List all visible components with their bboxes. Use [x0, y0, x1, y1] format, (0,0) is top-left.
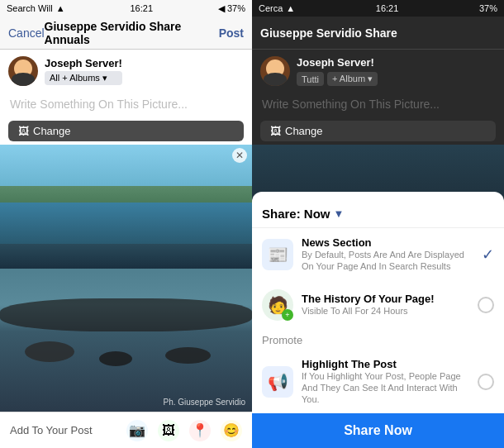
time-right: 16:21	[376, 3, 399, 13]
avatar-left	[8, 56, 38, 86]
change-icon-left: 🖼	[18, 125, 29, 137]
history-radio[interactable]	[478, 297, 494, 313]
time-left: 16:21	[130, 3, 153, 13]
promote-label: Promote	[252, 329, 504, 350]
news-option-text: News Section By Default, Posts Are And A…	[302, 236, 473, 273]
nav-title-right: Giuseppe Servidio Share	[260, 26, 397, 40]
location-icon[interactable]: 📍	[189, 420, 211, 441]
modal-title-arrow[interactable]: ▼	[334, 207, 345, 220]
share-now-button[interactable]: Share Now	[252, 413, 504, 448]
write-placeholder-left[interactable]: Write Something On This Picture...	[0, 93, 252, 117]
nav-bar-right: Giuseppe Servidio Share	[252, 17, 504, 50]
highlight-radio[interactable]	[478, 374, 494, 390]
history-option-text: The History Of Your Page! Visible To All…	[302, 293, 469, 317]
status-bar-left: Search Will ▲ 16:21 ◀ 37%	[0, 0, 252, 17]
photo-area-left: ✕ Ph. Giuseppe Servidio	[0, 145, 252, 412]
audience-tutti-button[interactable]: Tutti	[297, 72, 324, 86]
cancel-button[interactable]: Cancel	[8, 26, 45, 40]
carrier-right: Cerca	[259, 3, 283, 13]
right-panel: Cerca ▲ 16:21 37% Giuseppe Servidio Shar…	[252, 0, 504, 448]
highlight-option-title: Highlight The Post	[302, 358, 469, 370]
history-option-sub: Visible To All For 24 Hours	[302, 305, 469, 317]
change-label-right: Change	[285, 125, 323, 137]
close-photo-button[interactable]: ✕	[232, 148, 247, 163]
left-panel: Search Will ▲ 16:21 ◀ 37% Cancel Giusepp…	[0, 0, 252, 448]
change-button-right[interactable]: 🖼 Change	[260, 121, 496, 141]
avatar-right	[260, 56, 290, 86]
user-name-right: Joseph Server!	[297, 56, 378, 69]
nav-bar-left: Cancel Giuseppe Servidio Share Annuals P…	[0, 17, 252, 50]
bottom-icons: 📷 🖼 📍 😊	[126, 420, 242, 441]
photo-credit: Ph. Giuseppe Servidio	[163, 398, 245, 407]
change-label-left: Change	[33, 125, 71, 137]
history-option-title: The History Of Your Page!	[302, 293, 469, 305]
audience-album-button[interactable]: + Album ▾	[327, 72, 378, 86]
battery-right: 37%	[479, 3, 497, 13]
nav-title-left: Giuseppe Servidio Share Annuals	[45, 20, 219, 46]
history-icon: + 🧑	[262, 289, 293, 321]
user-area-right: Joseph Server! Tutti + Album ▾	[252, 50, 504, 93]
carrier-left: Search Will	[7, 3, 53, 13]
news-section-option[interactable]: 📰 News Section By Default, Posts Are And…	[252, 228, 504, 281]
wifi-icon-left: ▲	[56, 3, 65, 13]
user-info-right: Joseph Server! Tutti + Album ▾	[297, 56, 378, 86]
user-area-left: Joseph Server! All + Albums ▾	[0, 50, 252, 93]
user-name-left: Joseph Server!	[45, 57, 122, 69]
change-icon-right: 🖼	[270, 125, 281, 137]
share-modal: Share: Now ▼ 📰 News Section By Default, …	[252, 192, 504, 448]
change-button-left[interactable]: 🖼 Change	[8, 121, 244, 141]
news-option-sub: By Default, Posts Are And Are Displayed …	[302, 249, 473, 273]
wifi-icon-right: ▲	[286, 3, 295, 13]
camera-icon[interactable]: 📷	[126, 420, 148, 441]
status-bar-right: Cerca ▲ 16:21 37%	[252, 0, 504, 17]
highlight-option[interactable]: 📢 Highlight The Post If You Highlight Yo…	[252, 350, 504, 414]
news-option-title: News Section	[302, 236, 473, 249]
battery-left: 37%	[227, 3, 245, 13]
add-to-post-label: Add To Your Post	[10, 424, 93, 436]
location-icon-left: ◀	[218, 3, 225, 14]
highlight-option-sub: If You Highlight Your Post, People Page …	[302, 370, 469, 406]
history-option[interactable]: + 🧑 The History Of Your Page! Visible To…	[252, 281, 504, 329]
highlight-icon: 📢	[262, 366, 293, 398]
news-checkmark: ✓	[482, 245, 494, 264]
user-info-left: Joseph Server! All + Albums ▾	[45, 57, 122, 85]
emoji-icon[interactable]: 😊	[221, 420, 242, 441]
modal-title: Share: Now	[262, 207, 330, 221]
gallery-icon[interactable]: 🖼	[158, 420, 179, 441]
post-button[interactable]: Post	[219, 26, 244, 40]
photo-rocks	[0, 298, 252, 331]
audience-button-left[interactable]: All + Albums ▾	[45, 71, 122, 85]
highlight-option-text: Highlight The Post If You Highlight Your…	[302, 358, 469, 406]
write-placeholder-right[interactable]: Write Something On This Picture...	[252, 93, 504, 117]
modal-header: Share: Now ▼	[252, 203, 504, 228]
news-icon: 📰	[262, 239, 293, 270]
bottom-bar-left: Add To Your Post 📷 🖼 📍 😊	[0, 412, 252, 448]
